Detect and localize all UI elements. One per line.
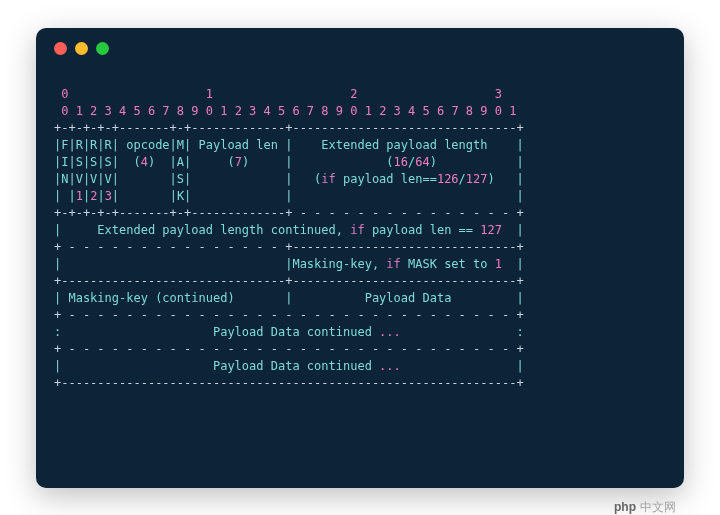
traffic-lights: [54, 42, 666, 55]
row-1-l3: |N|V|V|V| |S| | (if payload len==126/127…: [54, 172, 524, 186]
ruler-line-2: 0 1 2 3 4 5 6 7 8 9 0 1 2 3 4 5 6 7 8 9 …: [54, 104, 516, 118]
terminal-window: 0 1 2 3 0 1 2 3 4 5 6 7 8 9 0 1 2 3 4 5 …: [36, 28, 684, 488]
row-5: : Payload Data continued ... :: [54, 325, 524, 339]
minimize-icon[interactable]: [75, 42, 88, 55]
row-6: | Payload Data continued ... |: [54, 359, 524, 373]
row-3: | |Masking-key, if MASK set to 1 |: [54, 257, 524, 271]
sep: + - - - - - - - - - - - - - - - - - - - …: [54, 342, 524, 356]
frame-diagram: 0 1 2 3 0 1 2 3 4 5 6 7 8 9 0 1 2 3 4 5 …: [54, 69, 666, 392]
row-2: | Extended payload length continued, if …: [54, 223, 524, 237]
sep: +-------------------------------+-------…: [54, 274, 524, 288]
row-1-l2: |I|S|S|S| (4) |A| (7) | (16/64) |: [54, 155, 524, 169]
sep: +-+-+-+-+-------+-+-------------+ - - - …: [54, 206, 524, 220]
row-1-l4: | |1|2|3| |K| | |: [54, 189, 524, 203]
watermark-badge: php: [614, 500, 636, 514]
close-icon[interactable]: [54, 42, 67, 55]
sep: +-+-+-+-+-------+-+-------------+-------…: [54, 121, 524, 135]
row-1-l1: |F|R|R|R| opcode|M| Payload len | Extend…: [54, 138, 524, 152]
sep: +---------------------------------------…: [54, 376, 524, 390]
watermark-text: 中文网: [640, 499, 676, 516]
ruler-line-1: 0 1 2 3: [54, 87, 502, 101]
sep: + - - - - - - - - - - - - - - - +-------…: [54, 240, 524, 254]
sep: + - - - - - - - - - - - - - - - - - - - …: [54, 308, 524, 322]
row-4: | Masking-key (continued) | Payload Data…: [54, 291, 524, 305]
watermark: php 中文网: [614, 499, 676, 516]
zoom-icon[interactable]: [96, 42, 109, 55]
